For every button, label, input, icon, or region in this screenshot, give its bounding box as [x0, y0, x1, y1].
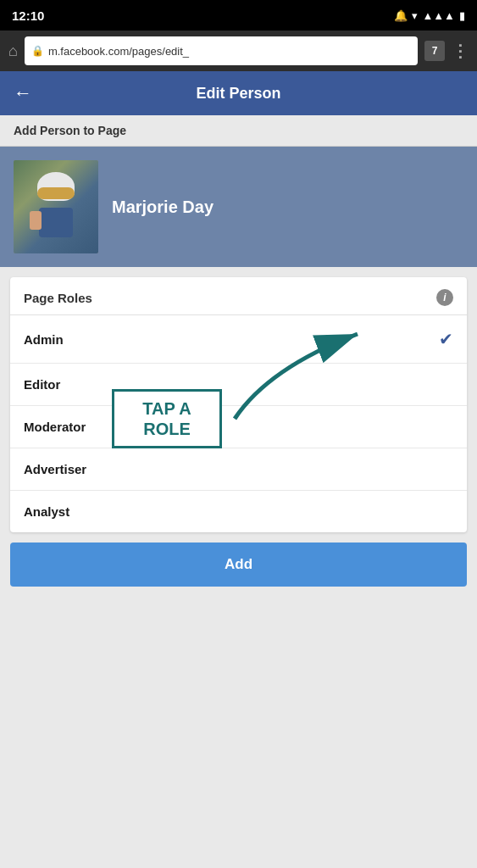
url-text: m.facebook.com/pages/edit_ [48, 45, 411, 58]
lock-icon: 🔒 [31, 45, 44, 57]
role-item-advertiser[interactable]: Advertiser [10, 448, 467, 491]
annotation-region: Moderator TAP A ROLE [10, 406, 467, 448]
status-icons: 🔔 ▾ ▲▲▲ ▮ [394, 9, 465, 22]
info-icon[interactable]: i [436, 289, 453, 306]
battery-icon: ▮ [459, 9, 465, 22]
roles-header: Page Roles i [10, 277, 467, 315]
url-bar[interactable]: 🔒 m.facebook.com/pages/edit_ [25, 36, 418, 65]
back-button[interactable]: ← [14, 82, 32, 104]
add-button[interactable]: Add [10, 542, 467, 587]
status-time: 12:10 [12, 8, 44, 23]
status-bar: 12:10 🔔 ▾ ▲▲▲ ▮ [0, 0, 477, 31]
wifi-icon: ▾ [412, 9, 418, 22]
tab-count[interactable]: 7 [424, 41, 445, 61]
roles-title: Page Roles [24, 291, 92, 305]
role-label-editor: Editor [24, 377, 60, 392]
avatar [14, 160, 98, 253]
page-title: Edit Person [196, 85, 280, 103]
section-header: Add Person to Page [0, 115, 477, 147]
signal-icon: ▲▲▲ [422, 9, 455, 22]
person-card: Marjorie Day [0, 147, 477, 267]
role-label-moderator: Moderator [24, 420, 86, 434]
home-icon[interactable]: ⌂ [8, 42, 18, 60]
role-item-analyst[interactable]: Analyst [10, 491, 467, 532]
role-label-admin: Admin [24, 332, 64, 347]
mute-icon: 🔔 [394, 9, 408, 22]
app-bar: ← Edit Person [0, 71, 477, 115]
roles-card: Page Roles i Admin ✔ Editor Moderator TA… [10, 277, 467, 532]
person-name: Marjorie Day [112, 198, 214, 217]
role-label-analyst: Analyst [24, 504, 69, 519]
admin-checkmark: ✔ [439, 329, 453, 349]
menu-icon[interactable]: ⋮ [452, 41, 469, 61]
browser-bar: ⌂ 🔒 m.facebook.com/pages/edit_ 7 ⋮ [0, 31, 477, 71]
tap-role-arrow [201, 317, 387, 427]
role-label-advertiser: Advertiser [24, 462, 86, 476]
